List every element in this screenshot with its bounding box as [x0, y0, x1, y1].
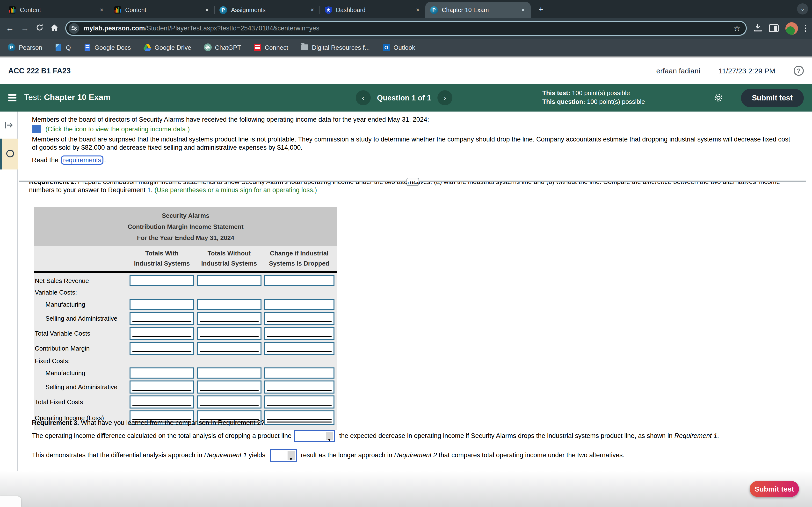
browser-tab-5[interactable]: PChapter 10 Exam×: [425, 2, 531, 18]
content-favicon: [9, 6, 16, 13]
answer-input[interactable]: [130, 312, 194, 325]
address-bar[interactable]: mylab.pearson.com/Student/PlayerTest.asp…: [65, 21, 747, 36]
profile-avatar[interactable]: [785, 22, 798, 35]
menu-icon[interactable]: [8, 94, 16, 101]
site-settings-icon[interactable]: [69, 23, 79, 34]
browser-tab-3[interactable]: PAssignments×: [215, 2, 320, 18]
table-row: Total Fixed Costs: [35, 395, 336, 408]
course-header: ACC 222 B1 FA23 erfaan fadiani 11/27/23 …: [0, 56, 812, 84]
data-table-icon[interactable]: [32, 125, 41, 133]
answer-input[interactable]: [264, 327, 335, 340]
table-cell: [130, 275, 194, 286]
answer-input[interactable]: [197, 327, 261, 340]
answer-dropdown-1[interactable]: [294, 430, 335, 443]
answer-input[interactable]: [130, 395, 194, 408]
table-row: Contribution Margin: [35, 342, 336, 355]
tab-close-icon[interactable]: ×: [520, 6, 526, 13]
table-row: Variable Costs:: [35, 288, 336, 296]
table-row: Manufacturing: [35, 299, 336, 310]
folder-bookmark-icon: [301, 44, 308, 51]
answer-input[interactable]: [264, 342, 335, 355]
browser-tab-4[interactable]: Dashboard×: [320, 2, 425, 18]
new-tab-button[interactable]: +: [535, 3, 547, 16]
dropdown-arrow-icon[interactable]: [326, 432, 333, 441]
tab-search-chevron-icon[interactable]: ⌄: [797, 3, 808, 14]
bookmark-chatgpt[interactable]: ChatGPT: [204, 44, 241, 51]
answer-input[interactable]: [130, 327, 194, 340]
answer-dropdown-2[interactable]: [270, 449, 297, 462]
q-bookmark-icon: [55, 44, 63, 51]
browser-tab-1[interactable]: Content×: [4, 2, 109, 18]
tab-title: Content: [20, 6, 95, 13]
row-label: Total Variable Costs: [35, 330, 130, 337]
answer-input[interactable]: [197, 368, 261, 379]
url-text[interactable]: mylab.pearson.com/Student/PlayerTest.asp…: [84, 24, 319, 32]
downloads-icon[interactable]: [754, 23, 762, 34]
bookmark-connect[interactable]: Connect: [254, 44, 288, 51]
answer-input[interactable]: [264, 410, 335, 425]
answer-input[interactable]: [130, 299, 194, 310]
read-requirements: Read the requirements.: [32, 157, 106, 164]
browser-tab-2[interactable]: Content×: [109, 2, 215, 18]
answer-input[interactable]: [264, 299, 335, 310]
bookmark-label: ChatGPT: [215, 44, 241, 51]
expand-panel-icon[interactable]: [4, 120, 13, 131]
datetime: 11/27/23 2:29 PM: [718, 67, 775, 75]
tab-close-icon[interactable]: ×: [415, 6, 420, 13]
bookmark-star-icon[interactable]: ☆: [733, 24, 743, 33]
answer-input[interactable]: [264, 275, 335, 286]
corner-chip: [0, 496, 21, 507]
answer-input[interactable]: [264, 395, 335, 408]
browser-menu-icon[interactable]: [805, 24, 806, 32]
dashboard-favicon: [325, 6, 332, 14]
answer-input[interactable]: [130, 381, 194, 394]
pearson-favicon: P: [219, 6, 227, 14]
tab-close-icon[interactable]: ×: [99, 6, 104, 13]
question-status-marker[interactable]: [0, 138, 18, 169]
settings-gear-icon[interactable]: [713, 93, 723, 105]
panel-splitter[interactable]: •••: [19, 181, 806, 181]
forward-icon[interactable]: →: [21, 24, 29, 32]
submit-test-button-bottom[interactable]: Submit test: [750, 481, 799, 497]
answer-input[interactable]: [197, 299, 261, 310]
table-cell: [130, 342, 194, 355]
help-icon[interactable]: ?: [794, 66, 804, 76]
answer-input[interactable]: [130, 342, 194, 355]
answer-input[interactable]: [264, 312, 335, 325]
bookmark-q[interactable]: Q: [55, 44, 71, 51]
bookmark-label: Q: [66, 44, 71, 51]
bookmark-google-drive[interactable]: Google Drive: [143, 44, 191, 51]
answer-input[interactable]: [130, 275, 194, 286]
answer-input[interactable]: [197, 312, 261, 325]
table-cell: [197, 299, 261, 310]
bookmark-pearson[interactable]: PPearson: [8, 44, 42, 51]
row-label: Net Sales Revenue: [35, 277, 130, 284]
bookmark-digital-resources-f-[interactable]: Digital Resources f...: [301, 44, 370, 51]
reload-icon[interactable]: [36, 24, 44, 33]
answer-input[interactable]: [264, 368, 335, 379]
back-icon[interactable]: ←: [6, 24, 14, 32]
answer-input[interactable]: [197, 342, 261, 355]
table-cell: [130, 327, 194, 340]
side-panel-icon[interactable]: [769, 24, 779, 32]
bookmark-outlook[interactable]: OOutlook: [382, 44, 415, 51]
answer-input[interactable]: [197, 381, 261, 394]
tab-close-icon[interactable]: ×: [310, 6, 315, 13]
connect-bookmark-icon: [254, 44, 261, 51]
dropdown-arrow-icon[interactable]: [288, 451, 295, 460]
next-question-button[interactable]: ›: [438, 90, 452, 105]
bookmarks-bar: PPearsonQGoogle DocsGoogle DriveChatGPTC…: [0, 39, 812, 56]
previous-question-button[interactable]: ‹: [356, 90, 371, 105]
answer-input[interactable]: [197, 275, 261, 286]
table-cell: [197, 368, 261, 379]
requirement3-sentence1: The operating income difference calculat…: [32, 429, 798, 443]
requirements-link[interactable]: requirements: [61, 156, 104, 165]
answer-input[interactable]: [197, 395, 261, 408]
answer-input[interactable]: [130, 368, 194, 379]
home-icon[interactable]: [50, 23, 58, 33]
tab-close-icon[interactable]: ×: [204, 6, 210, 13]
answer-input[interactable]: [264, 381, 335, 394]
bookmark-google-docs[interactable]: Google Docs: [83, 44, 131, 51]
row-label: Selling and Administrative: [35, 315, 130, 322]
submit-test-button-top[interactable]: Submit test: [741, 89, 804, 107]
